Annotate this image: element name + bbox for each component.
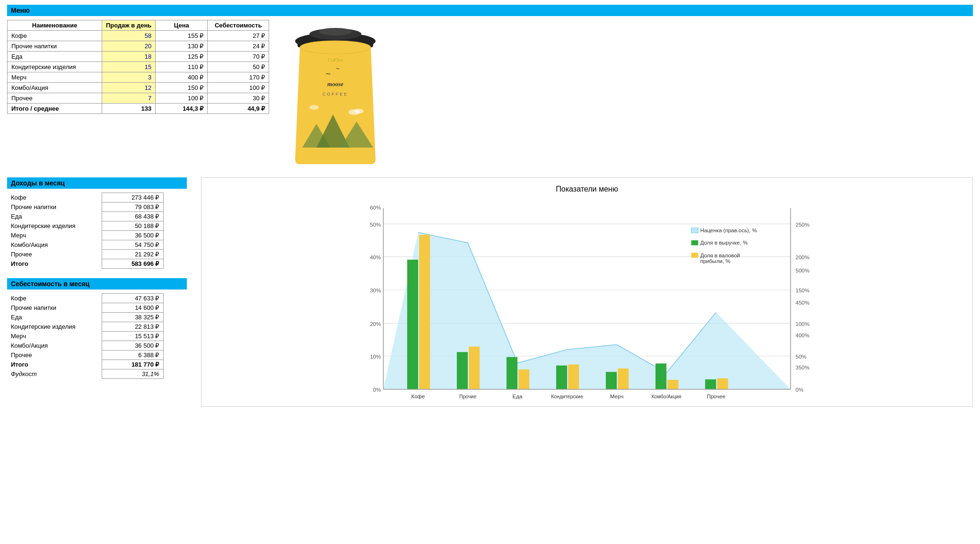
svg-rect-65 (691, 240, 699, 246)
svg-rect-45 (518, 369, 529, 389)
cost-row-name: Прочие напитки (7, 303, 102, 313)
svg-text:Доля в валовой: Доля в валовой (700, 253, 740, 258)
cost-row-name: Кондитерские изделия (7, 322, 102, 332)
income-row-name: Комбо/Акция (7, 240, 102, 250)
menu-row-price: 400 ₽ (156, 72, 208, 83)
svg-point-13 (354, 109, 364, 114)
chart-container: Показатели меню 0% 10% 20% 30% 40% 50% 6… (201, 177, 973, 407)
menu-table-row: Еда 18 125 ₽ 70 ₽ (8, 52, 269, 62)
svg-rect-63 (691, 228, 699, 233)
cost-row-value: 36 500 ₽ (102, 341, 163, 351)
cost-row-value: 14 600 ₽ (102, 303, 163, 313)
svg-text:Кондитерские: Кондитерские (551, 394, 583, 399)
income-row-value: 273 446 ₽ (102, 193, 163, 202)
menu-row-price: 130 ₽ (156, 41, 208, 52)
income-row-value: 21 292 ₽ (102, 250, 163, 259)
cost-header: Себестоимость в месяц (7, 278, 187, 290)
cost-row-name: Кофе (7, 294, 102, 303)
svg-text:~: ~ (326, 69, 331, 79)
cost-table: Кофе 47 633 ₽ Прочие напитки 14 600 ₽ Ед… (7, 293, 164, 379)
menu-row-cost: 50 ₽ (208, 62, 269, 72)
income-row-name: Прочее (7, 250, 102, 259)
menu-row-price: 125 ₽ (156, 52, 208, 62)
menu-row-cost: 24 ₽ (208, 41, 269, 52)
cost-row: Еда 38 325 ₽ (7, 313, 163, 322)
menu-row-sales: 20 (102, 41, 156, 52)
svg-rect-42 (457, 352, 468, 389)
svg-text:Еда: Еда (513, 394, 523, 399)
menu-row-sales: 12 (102, 83, 156, 93)
menu-row-cost: 27 ₽ (208, 31, 269, 41)
menu-row-name: Еда (8, 52, 102, 62)
svg-rect-51 (667, 380, 678, 389)
menu-table-row: Прочие напитки 20 130 ₽ 24 ₽ (8, 41, 269, 52)
svg-rect-44 (507, 357, 517, 389)
menu-row-cost: 170 ₽ (208, 72, 269, 83)
svg-text:Доля в выручке, %: Доля в выручке, % (700, 240, 747, 246)
svg-text:Прочее: Прочее (707, 394, 726, 399)
menu-section: Меню Наименование Продаж в день Цена Себ… (7, 5, 973, 168)
svg-rect-43 (469, 347, 480, 389)
income-total-value: 583 696 ₽ (102, 259, 163, 269)
income-row-name: Мерч (7, 231, 102, 240)
svg-text:200%: 200% (796, 254, 810, 260)
income-section: Доходы в месяц Кофе 273 446 ₽ Прочие нап… (7, 177, 187, 269)
svg-text:0%: 0% (796, 387, 804, 393)
menu-row-sales: 15 (102, 62, 156, 72)
chart-title: Показатели меню (209, 185, 965, 193)
menu-total-row: Итого / среднее 133 144,3 ₽ 44,9 ₽ (8, 104, 269, 114)
menu-row-price: 100 ₽ (156, 93, 208, 104)
bottom-section: Доходы в месяц Кофе 273 446 ₽ Прочие нап… (7, 177, 973, 407)
cost-row-value: 38 325 ₽ (102, 313, 163, 322)
menu-total-cost: 44,9 ₽ (208, 104, 269, 114)
svg-text:Прочие: Прочие (459, 394, 476, 399)
income-row-name: Кондитерские изделия (7, 221, 102, 231)
cost-row: Прочие напитки 14 600 ₽ (7, 303, 163, 313)
svg-text:10%: 10% (370, 354, 381, 360)
svg-text:100%: 100% (796, 321, 810, 327)
income-row: Еда 68 438 ₽ (7, 212, 163, 221)
income-row-value: 36 500 ₽ (102, 231, 163, 240)
svg-text:50%: 50% (796, 354, 806, 360)
income-row-value: 50 188 ₽ (102, 221, 163, 231)
menu-table-row: Кофе 58 155 ₽ 27 ₽ (8, 31, 269, 41)
foodcost-value: 31,1% (102, 369, 163, 379)
svg-text:30%: 30% (370, 288, 381, 293)
svg-text:150%: 150% (796, 288, 810, 293)
menu-total-name: Итого / среднее (8, 104, 102, 114)
income-row: Мерч 36 500 ₽ (7, 231, 163, 240)
svg-rect-49 (618, 369, 629, 389)
svg-text:400%: 400% (796, 333, 810, 338)
cost-row: Кондитерские изделия 22 813 ₽ (7, 322, 163, 332)
menu-row-name: Прочие напитки (8, 41, 102, 52)
menu-total-sales: 133 (102, 104, 156, 114)
foodcost-label: Фудкост (7, 369, 102, 379)
menu-row-sales: 18 (102, 52, 156, 62)
menu-row-price: 150 ₽ (156, 83, 208, 93)
chart-area: 0% 10% 20% 30% 40% 50% 60% 0% 50% 100% 1… (209, 201, 965, 399)
cost-row: Мерч 15 513 ₽ (7, 332, 163, 341)
cost-row-value: 22 813 ₽ (102, 322, 163, 332)
menu-row-sales: 7 (102, 93, 156, 104)
svg-text:40%: 40% (370, 254, 381, 260)
col-price: Цена (156, 20, 208, 31)
cost-row-name: Комбо/Акция (7, 341, 102, 351)
menu-row-cost: 70 ₽ (208, 52, 269, 62)
menu-header: Меню (7, 5, 973, 16)
svg-point-4 (300, 41, 371, 54)
svg-point-3 (319, 28, 352, 35)
cost-total-row: Итого 181 770 ₽ (7, 360, 163, 369)
income-row: Прочие напитки 79 083 ₽ (7, 202, 163, 212)
svg-rect-50 (656, 363, 666, 389)
menu-table-row: Прочее 7 100 ₽ 30 ₽ (8, 93, 269, 104)
svg-text:Комбо/Акция: Комбо/Акция (652, 394, 682, 399)
svg-text:50%: 50% (370, 222, 381, 228)
cost-row-value: 47 633 ₽ (102, 294, 163, 303)
svg-rect-47 (568, 365, 579, 390)
menu-row-cost: 30 ₽ (208, 93, 269, 104)
svg-rect-67 (691, 253, 699, 258)
svg-text:0%: 0% (373, 387, 381, 393)
cost-total-name: Итого (7, 360, 102, 369)
menu-row-sales: 3 (102, 72, 156, 83)
menu-total-price: 144,3 ₽ (156, 104, 208, 114)
